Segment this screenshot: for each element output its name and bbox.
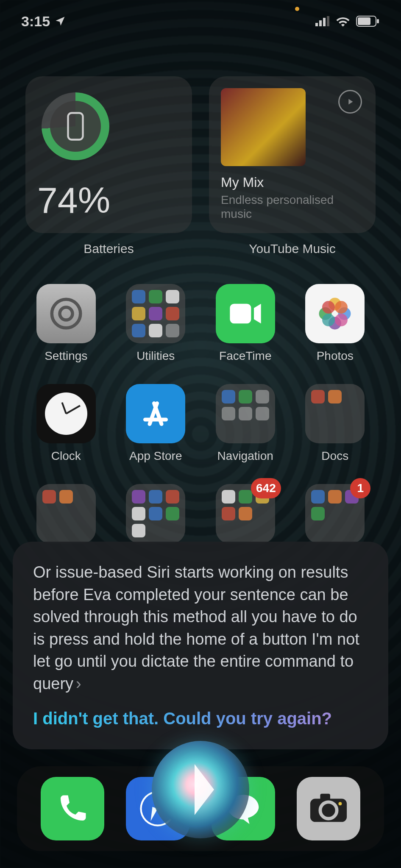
app-folder-media[interactable] — [30, 484, 103, 549]
wifi-icon — [336, 16, 350, 27]
battery-percent: 74% — [37, 179, 180, 221]
notification-badge: 642 — [251, 478, 281, 498]
siri-orb-button[interactable] — [152, 741, 249, 838]
app-navigation[interactable]: Navigation — [209, 384, 282, 463]
music-subtitle: Endless personalised music — [221, 193, 364, 221]
batteries-widget[interactable]: 74% Batteries — [25, 76, 192, 233]
folder-icon — [305, 384, 365, 443]
siri-response-panel[interactable]: Or issue-based Siri starts working on re… — [13, 542, 388, 749]
widget-label: YouTube Music — [209, 242, 376, 256]
music-title: My Mix — [221, 175, 364, 190]
app-folder-finance[interactable] — [120, 484, 192, 549]
app-settings[interactable]: Settings — [30, 284, 103, 363]
folder-icon: 1 — [305, 484, 365, 543]
notification-badge: 1 — [350, 478, 370, 498]
siri-transcript[interactable]: Or issue-based Siri starts working on re… — [33, 561, 368, 695]
app-label: Navigation — [217, 449, 273, 463]
svg-rect-10 — [230, 304, 251, 324]
dock-camera[interactable] — [297, 777, 360, 840]
svg-rect-2 — [323, 18, 326, 26]
siri-transcript-text: Or issue-based Siri starts working on re… — [33, 563, 359, 692]
clock-icon — [36, 384, 96, 443]
phone-icon — [55, 791, 90, 826]
app-facetime[interactable]: FaceTime — [209, 284, 282, 363]
app-photos[interactable]: Photos — [299, 284, 372, 363]
folder-icon — [126, 484, 185, 543]
app-docs[interactable]: Docs — [299, 384, 372, 463]
youtube-music-widget[interactable]: My Mix Endless personalised music YouTub… — [209, 76, 376, 233]
widget-label: Batteries — [25, 242, 192, 256]
svg-rect-5 — [358, 17, 370, 25]
app-folder-social[interactable]: 1 — [299, 484, 372, 549]
svg-point-9 — [60, 307, 72, 320]
svg-rect-22 — [320, 794, 331, 801]
app-folder-mail[interactable]: 642 — [209, 484, 282, 549]
app-label: Clock — [51, 449, 81, 463]
app-clock[interactable]: Clock — [30, 384, 103, 463]
folder-icon — [36, 484, 96, 543]
folder-icon — [126, 284, 185, 343]
app-label: App Store — [129, 449, 182, 463]
battery-icon — [356, 16, 380, 27]
home-app-grid: Settings Utilities FaceTime Photos Clock… — [30, 284, 371, 549]
dock-phone[interactable] — [41, 777, 104, 840]
location-arrow-icon — [54, 15, 66, 27]
app-label: Settings — [45, 349, 87, 363]
svg-rect-3 — [327, 16, 329, 26]
flower-icon — [305, 284, 365, 343]
svg-rect-1 — [319, 20, 322, 26]
svg-point-18 — [322, 301, 335, 314]
svg-point-24 — [339, 802, 342, 805]
video-icon — [216, 284, 275, 343]
svg-rect-6 — [377, 19, 379, 23]
cell-signal-icon — [315, 16, 330, 26]
svg-rect-7 — [68, 113, 83, 140]
app-appstore[interactable]: App Store — [120, 384, 192, 463]
folder-icon: 642 — [216, 484, 275, 543]
svg-point-8 — [52, 299, 81, 328]
camera-icon — [309, 793, 348, 824]
svg-point-17 — [322, 314, 335, 326]
app-label: Photos — [317, 349, 354, 363]
play-circle-icon[interactable] — [338, 90, 362, 114]
app-label: Docs — [321, 449, 348, 463]
status-bar: 3:15 — [0, 0, 401, 42]
battery-ring-icon — [42, 92, 109, 160]
svg-rect-0 — [315, 23, 318, 26]
app-utilities[interactable]: Utilities — [120, 284, 192, 363]
siri-reply-text: I didn't get that. Could you try again? — [33, 709, 368, 728]
svg-point-16 — [335, 314, 348, 326]
svg-point-15 — [335, 301, 348, 314]
status-time: 3:15 — [21, 13, 50, 30]
app-label: Utilities — [136, 349, 175, 363]
app-label: FaceTime — [219, 349, 271, 363]
chevron-right-icon: › — [76, 675, 81, 693]
folder-icon — [216, 384, 275, 443]
album-art — [221, 88, 306, 166]
mic-indicator-dot-icon — [295, 7, 299, 11]
appstore-icon — [126, 384, 185, 443]
gear-icon — [36, 284, 96, 343]
